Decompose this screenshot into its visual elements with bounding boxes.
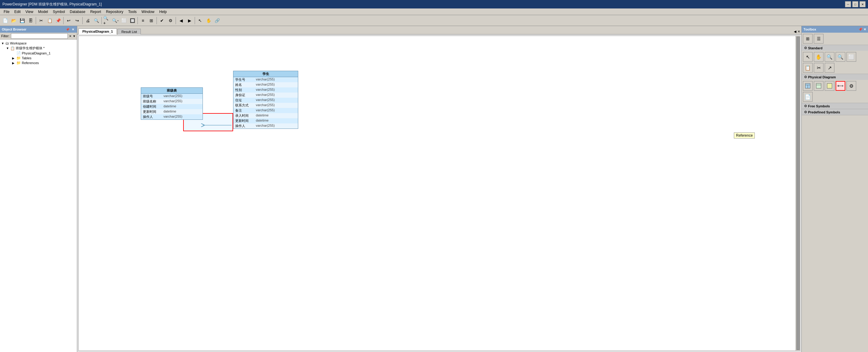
table-row: 姓名 varchar(255)	[234, 82, 298, 87]
tree-item-workspace[interactable]: ▼ 🗂 Workspace	[0, 41, 77, 46]
menu-symbol[interactable]: Symbol	[51, 9, 67, 14]
toolbox-table-btn[interactable]	[803, 81, 813, 91]
toolbar: 📄 📂 💾 🗄 ✂ 📋 📌 ↩ ↪ 🖨 🔍 🔍+ 🔍- ⬜ 🔲 ≡ ⊞ ✔ ⚙ …	[0, 15, 868, 26]
menu-help[interactable]: Help	[157, 9, 169, 14]
toolbox-marquee-btn[interactable]: ⬜	[846, 52, 856, 62]
module-expander[interactable]: ▼	[6, 46, 10, 50]
toolbox-view-grid[interactable]: ⊞	[803, 34, 813, 43]
toolbar-zoom-in[interactable]: 🔍+	[103, 16, 111, 25]
toolbox-note-btn[interactable]: 📄	[803, 92, 813, 102]
col-name: 创建时间	[143, 104, 161, 109]
toolbox-section-standard-header[interactable]: ⊙ Standard	[802, 45, 868, 51]
toolbox-section-physical: ⊙ Physical Diagram	[802, 74, 868, 103]
scroll-thumb[interactable]	[797, 37, 800, 350]
section-collapse-icon: ⊙	[804, 46, 807, 50]
toolbar-save[interactable]: 💾	[18, 16, 26, 25]
sep-2	[63, 17, 64, 24]
tables-expander[interactable]: ▶	[12, 57, 17, 60]
menu-tools[interactable]: Tools	[126, 9, 139, 14]
close-btn[interactable]: ✕	[860, 1, 866, 7]
toolbox-section-predefined: ⊙ Predefined Symbols	[802, 109, 868, 115]
diagram-expander[interactable]	[12, 52, 17, 55]
table-banjibiao[interactable]: 班级表 班级号 varchar(255) 班级名称 varchar(255) 创…	[141, 87, 203, 120]
toolbar-paste[interactable]: 📌	[54, 16, 62, 25]
panel-pin-btn[interactable]: 📌	[65, 28, 70, 31]
tree-item-diagram[interactable]: 📄 PhysicalDiagram_1	[0, 51, 77, 56]
toolbar-print[interactable]: 🖨	[84, 16, 92, 25]
toolbar-arrow-left[interactable]: ◀	[177, 16, 185, 25]
tree-item-tables[interactable]: ▶ 📁 Tables	[0, 56, 77, 61]
toolbar-redo[interactable]: ↪	[73, 16, 81, 25]
main-layout: Object Browser 📌 ✕ Filter: ✕ ▼ ▼ 🗂 Works…	[0, 26, 868, 352]
menu-edit[interactable]: Edit	[12, 9, 23, 14]
toolbox-view-symbol-btn[interactable]	[814, 81, 824, 91]
toolbox-zoom-in-btn[interactable]: 🔍	[825, 52, 834, 62]
toolbar-distribute[interactable]: ⊞	[148, 16, 155, 25]
toolbar-copy[interactable]: 📋	[46, 16, 54, 25]
toolbar-zoom-out[interactable]: 🔍-	[112, 16, 119, 25]
table-xuesheng-header: 学生	[234, 71, 298, 77]
tree-item-references[interactable]: ▶ 📁 References	[0, 61, 77, 65]
col-type: varchar(255)	[256, 98, 275, 103]
menu-window[interactable]: Window	[139, 9, 157, 14]
menu-view[interactable]: View	[23, 9, 36, 14]
menu-file[interactable]: File	[1, 9, 12, 14]
toolbar-find[interactable]: 🔍	[92, 16, 100, 25]
minimize-btn[interactable]: ─	[845, 1, 851, 7]
menu-database[interactable]: Database	[67, 9, 88, 14]
col-type: varchar(255)	[163, 99, 182, 104]
toolbar-fit[interactable]: ⬜	[120, 16, 128, 25]
toolbox-section-free-header[interactable]: ⊙ Free Symbols	[802, 103, 868, 109]
diagram-canvas[interactable]: 班级表 班级号 varchar(255) 班级名称 varchar(255) 创…	[79, 36, 800, 351]
toolbar-select[interactable]: ↖	[196, 16, 204, 25]
toolbox-cut-btn[interactable]: ✂	[814, 63, 824, 73]
references-expander[interactable]: ▶	[12, 61, 17, 65]
toolbox-zoom-out-btn[interactable]: 🔍	[836, 52, 845, 62]
section-standard-label: Standard	[808, 46, 823, 50]
toolbar-check[interactable]: ✔	[158, 16, 166, 25]
toolbar-zoom-select[interactable]: 🔲	[128, 16, 136, 25]
panel-close-btn[interactable]: ✕	[71, 28, 75, 31]
tree-item-module[interactable]: ▼ 📋 班级学生维护模块 *	[0, 46, 77, 51]
toolbox-proc-btn[interactable]	[825, 81, 834, 91]
toolbar-align[interactable]: ≡	[139, 16, 147, 25]
menu-model[interactable]: Model	[36, 9, 51, 14]
toolbox-pointer-btn[interactable]: ↖	[803, 52, 813, 62]
tab-close[interactable]: ✕	[798, 30, 800, 34]
toolbar-new[interactable]: 📄	[1, 16, 9, 25]
filter-apply-btn[interactable]: ▼	[73, 34, 76, 38]
toolbox-section-standard-content: ↖ ✋ 🔍 🔍 ⬜ 📋 ✂ ↗	[802, 51, 868, 74]
workspace-expander[interactable]: ▼	[1, 42, 5, 45]
tab-scroll-left[interactable]: ◀	[794, 30, 796, 34]
menu-report[interactable]: Report	[88, 9, 103, 14]
toolbar-cut[interactable]: ✂	[37, 16, 45, 25]
toolbox-reference-btn[interactable]	[836, 81, 845, 91]
toolbar-generate[interactable]: ⚙	[166, 16, 175, 25]
toolbar-undo[interactable]: ↩	[65, 16, 73, 25]
col-name: 备注	[235, 108, 253, 113]
tab-result-list[interactable]: Result List	[118, 29, 141, 34]
canvas-scrollbar[interactable]	[796, 36, 800, 351]
toolbox-hand-btn[interactable]: ✋	[814, 52, 824, 62]
diagram-tabs: PhysicalDiagram_1 Result List ◀ ✕	[77, 26, 801, 34]
filter-input[interactable]	[11, 33, 68, 39]
filter-clear-btn[interactable]: ✕	[69, 34, 71, 38]
toolbox-close-btn[interactable]: ✕	[864, 28, 866, 31]
table-xuesheng[interactable]: 学生 学生号 varchar(255) 姓名 varchar(255) 性别 v…	[233, 71, 298, 129]
toolbar-open[interactable]: 📂	[10, 16, 18, 25]
toolbar-link[interactable]: 🔗	[213, 16, 221, 25]
toolbox-copy-btn[interactable]: 📋	[803, 63, 813, 73]
toolbox-section-physical-header[interactable]: ⊙ Physical Diagram	[802, 74, 868, 80]
toolbar-save-all[interactable]: 🗄	[27, 16, 34, 25]
tab-physical-diagram[interactable]: PhysicalDiagram_1	[79, 28, 117, 34]
toolbox-settings-btn[interactable]: ⚙	[846, 81, 856, 91]
toolbox-section-predefined-header[interactable]: ⊙ Predefined Symbols	[802, 109, 868, 115]
maximize-btn[interactable]: □	[852, 1, 858, 7]
toolbox-link-btn[interactable]: ↗	[825, 63, 834, 73]
table-row: 身份证 varchar(255)	[234, 93, 298, 98]
menu-repository[interactable]: Repository	[103, 9, 126, 14]
toolbar-arrow-right[interactable]: ▶	[186, 16, 193, 25]
toolbar-move[interactable]: ✋	[205, 16, 213, 25]
toolbox-view-list[interactable]: ☰	[814, 34, 824, 43]
toolbox-pin-btn[interactable]: 📌	[858, 28, 863, 31]
